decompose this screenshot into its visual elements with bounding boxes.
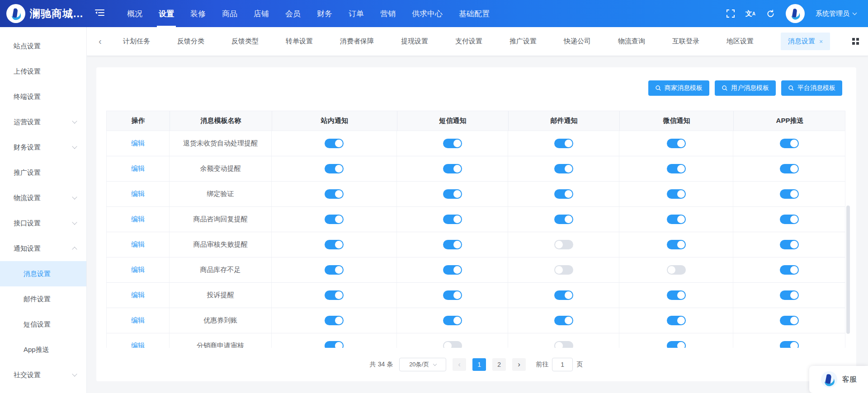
tab-feedback-type[interactable]: 反馈类型 <box>231 33 259 50</box>
toggle-app-push[interactable] <box>780 265 799 275</box>
toggle-app-push[interactable] <box>780 139 799 148</box>
nav-order[interactable]: 订单 <box>346 0 367 27</box>
toggle-sms-notice[interactable] <box>443 240 462 249</box>
sidebar-item-operation-settings[interactable]: 运营设置 <box>0 109 86 135</box>
nav-shop[interactable]: 店铺 <box>251 0 272 27</box>
tab-withdraw-settings[interactable]: 提现设置 <box>401 33 428 50</box>
toggle-sms-notice[interactable] <box>443 139 462 148</box>
tab-feedback-category[interactable]: 反馈分类 <box>177 33 204 50</box>
toggle-sms-notice[interactable] <box>443 341 462 348</box>
toggle-sms-notice[interactable] <box>443 265 462 275</box>
tab-region-settings[interactable]: 地区设置 <box>726 33 754 50</box>
nav-finance[interactable]: 财务 <box>314 0 335 27</box>
tab-message-settings[interactable]: 消息设置 × <box>781 33 830 50</box>
edit-link[interactable]: 编辑 <box>131 164 145 173</box>
toggle-wechat-notice[interactable] <box>667 290 686 300</box>
nav-decoration[interactable]: 装修 <box>188 0 208 27</box>
sidebar-item-upload-settings[interactable]: 上传设置 <box>0 59 86 84</box>
toggle-email-notice[interactable] <box>554 316 573 325</box>
tab-payment-settings[interactable]: 支付设置 <box>455 33 482 50</box>
fullscreen-icon[interactable] <box>726 9 735 18</box>
nav-marketing[interactable]: 营销 <box>377 0 398 27</box>
refresh-icon[interactable] <box>766 9 775 18</box>
logo-block[interactable]: 澜驰商城... <box>0 0 87 27</box>
toggle-sms-notice[interactable] <box>443 189 462 199</box>
toggle-sms-notice[interactable] <box>443 316 462 325</box>
sidebar-item-social-settings[interactable]: 社交设置 <box>0 362 86 388</box>
toggle-wechat-notice[interactable] <box>667 215 686 224</box>
edit-link[interactable]: 编辑 <box>131 291 145 299</box>
toggle-wechat-notice[interactable] <box>667 189 686 199</box>
sidebar-item-site-settings[interactable]: 站点设置 <box>0 33 86 59</box>
user-avatar[interactable] <box>786 4 805 23</box>
edit-link[interactable]: 编辑 <box>131 139 145 148</box>
toggle-email-notice[interactable] <box>554 189 573 199</box>
toggle-site-notice[interactable] <box>325 189 344 199</box>
next-page-button[interactable]: › <box>512 358 526 371</box>
page-2-button[interactable]: 2 <box>492 358 506 371</box>
toggle-site-notice[interactable] <box>325 265 344 275</box>
merchant-template-button[interactable]: 商家消息模板 <box>648 80 709 96</box>
toggle-site-notice[interactable] <box>325 215 344 224</box>
toggle-email-notice[interactable] <box>554 290 573 300</box>
toggle-app-push[interactable] <box>780 240 799 249</box>
sidebar-item-interface-settings[interactable]: 接口设置 <box>0 211 86 236</box>
toggle-sms-notice[interactable] <box>443 215 462 224</box>
edit-link[interactable]: 编辑 <box>131 342 145 348</box>
tab-planned-tasks[interactable]: 计划任务 <box>123 33 150 50</box>
toggle-email-notice[interactable] <box>554 164 573 173</box>
toggle-site-notice[interactable] <box>325 290 344 300</box>
sidebar-item-terminal-settings[interactable]: 终端设置 <box>0 84 86 109</box>
toggle-wechat-notice[interactable] <box>667 164 686 173</box>
toggle-email-notice[interactable] <box>554 265 573 275</box>
nav-settings[interactable]: 设置 <box>156 0 177 27</box>
language-icon[interactable]: 文A <box>745 9 755 18</box>
sidebar-item-logistics-settings[interactable]: 物流设置 <box>0 185 86 211</box>
toggle-site-notice[interactable] <box>325 240 344 249</box>
platform-template-button[interactable]: 平台消息模板 <box>781 80 842 96</box>
sidebar-item-notify-settings[interactable]: 通知设置 <box>0 236 86 261</box>
sidebar-item-finance-settings[interactable]: 财务设置 <box>0 135 86 160</box>
sidebar-item-message-settings[interactable]: 消息设置 <box>0 261 86 286</box>
toggle-app-push[interactable] <box>780 290 799 300</box>
sidebar-item-sms-settings[interactable]: 短信设置 <box>0 312 86 337</box>
sidebar-item-promotion-settings[interactable]: 推广设置 <box>0 160 86 185</box>
nav-supply-center[interactable]: 供求中心 <box>409 0 445 27</box>
toggle-sms-notice[interactable] <box>443 290 462 300</box>
toggle-wechat-notice[interactable] <box>667 139 686 148</box>
toggle-wechat-notice[interactable] <box>667 341 686 348</box>
nav-basic-config[interactable]: 基础配置 <box>456 0 492 27</box>
toggle-wechat-notice[interactable] <box>667 265 686 275</box>
tab-logistics-query[interactable]: 物流查询 <box>618 33 645 50</box>
nav-goods[interactable]: 商品 <box>219 0 240 27</box>
edit-link[interactable]: 编辑 <box>131 240 145 249</box>
close-tab-icon[interactable]: × <box>819 38 823 45</box>
toggle-wechat-notice[interactable] <box>667 240 686 249</box>
customer-service-widget[interactable]: 客服 <box>809 366 868 393</box>
toggle-site-notice[interactable] <box>325 316 344 325</box>
table-scrollbar[interactable] <box>846 206 850 334</box>
tabs-scroll-left-icon[interactable]: ‹ <box>99 36 105 47</box>
nav-overview[interactable]: 概况 <box>124 0 145 27</box>
toggle-app-push[interactable] <box>780 341 799 348</box>
sidebar-item-email-settings[interactable]: 邮件设置 <box>0 286 86 312</box>
user-template-button[interactable]: 用户消息模板 <box>715 80 776 96</box>
tab-express-company[interactable]: 快递公司 <box>564 33 591 50</box>
toggle-app-push[interactable] <box>780 189 799 199</box>
toggle-site-notice[interactable] <box>325 139 344 148</box>
tab-transfer-settings[interactable]: 转单设置 <box>286 33 313 50</box>
toggle-wechat-notice[interactable] <box>667 316 686 325</box>
toggle-app-push[interactable] <box>780 316 799 325</box>
toggle-sms-notice[interactable] <box>443 164 462 173</box>
edit-link[interactable]: 编辑 <box>131 215 145 224</box>
page-1-button[interactable]: 1 <box>472 358 486 371</box>
tab-consumer-protection[interactable]: 消费者保障 <box>340 33 374 50</box>
toggle-email-notice[interactable] <box>554 341 573 348</box>
edit-link[interactable]: 编辑 <box>131 316 145 325</box>
toggle-email-notice[interactable] <box>554 215 573 224</box>
tab-promotion-settings[interactable]: 推广设置 <box>509 33 537 50</box>
toggle-app-push[interactable] <box>780 164 799 173</box>
user-menu[interactable]: 系统管理员 <box>816 9 856 18</box>
edit-link[interactable]: 编辑 <box>131 266 145 274</box>
page-size-select[interactable]: 20条/页 <box>399 358 446 371</box>
